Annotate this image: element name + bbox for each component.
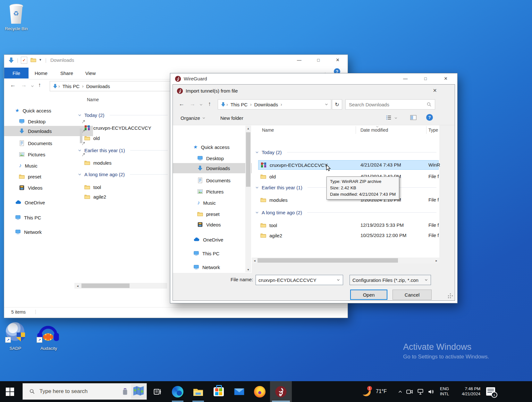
file-type-select[interactable]: Configuration Files (*.zip, *.con bbox=[350, 275, 431, 285]
close-icon[interactable]: × bbox=[428, 86, 442, 95]
recent-locations-icon[interactable] bbox=[30, 84, 34, 88]
recycle-bin-label[interactable]: Recycle Bin bbox=[2, 26, 31, 31]
back-icon[interactable]: ← bbox=[10, 82, 16, 88]
new-folder-button[interactable]: New folder bbox=[220, 115, 243, 121]
preview-pane-icon[interactable] bbox=[410, 114, 417, 121]
meet-now-icon[interactable] bbox=[406, 388, 413, 395]
map-highlight-button[interactable] bbox=[131, 384, 146, 399]
dialog-address-bar[interactable]: › This PC › Downloads › bbox=[218, 99, 331, 110]
sidebar-item-music[interactable]: ♪Music bbox=[4, 161, 93, 170]
network-status-icon[interactable] bbox=[417, 388, 424, 395]
close-button[interactable]: × bbox=[329, 55, 347, 65]
address-dropdown-icon[interactable] bbox=[325, 103, 328, 106]
up-icon[interactable]: ↑ bbox=[208, 101, 211, 107]
refresh-icon[interactable]: ↻ bbox=[332, 99, 342, 110]
taskbar-store-button[interactable] bbox=[208, 381, 229, 402]
qat-dropdown-icon[interactable]: ▾ bbox=[39, 58, 41, 62]
clock[interactable]: 7:46 PM 4/21/2024 bbox=[453, 386, 480, 397]
sidebar-item-videos[interactable]: Videos bbox=[4, 183, 93, 192]
start-button[interactable] bbox=[0, 381, 20, 402]
file-row[interactable]: old bbox=[82, 133, 171, 143]
chevron-down-icon[interactable] bbox=[424, 278, 428, 282]
organize-button[interactable]: Organize bbox=[181, 115, 206, 121]
sidebar-item-network[interactable]: Network bbox=[173, 263, 266, 272]
open-button[interactable]: Open bbox=[350, 290, 387, 300]
file-name-input[interactable]: cruxvpn-ECYDLACCCVCY bbox=[256, 275, 343, 285]
taskbar-mail-button[interactable] bbox=[229, 381, 249, 402]
breadcrumb-downloads[interactable]: Downloads bbox=[84, 84, 112, 89]
chevron-down-icon[interactable] bbox=[394, 116, 398, 120]
change-view-icon[interactable] bbox=[386, 115, 392, 120]
close-button[interactable]: × bbox=[437, 73, 455, 84]
file-row[interactable]: cruxvpn-ECYDLACCCVCY bbox=[82, 123, 171, 133]
sidebar-item-quick-access[interactable]: ★Quick access bbox=[4, 106, 89, 115]
menu-share[interactable]: Share bbox=[60, 68, 73, 78]
column-header-date-modified[interactable]: Date modified bbox=[360, 127, 388, 133]
scroll-right-icon[interactable]: ▸ bbox=[434, 258, 439, 263]
scroll-down-icon[interactable]: ▾ bbox=[245, 267, 251, 272]
sidebar-item-network[interactable]: Network bbox=[4, 227, 89, 236]
temperature-label[interactable]: 71°F bbox=[376, 389, 387, 394]
group-header[interactable]: A long time ago (2) bbox=[78, 170, 168, 178]
up-icon[interactable]: ↑ bbox=[38, 82, 41, 88]
qat-new-folder-icon[interactable] bbox=[30, 57, 36, 63]
scroll-left-icon[interactable]: ◂ bbox=[74, 283, 81, 289]
taskbar-wireguard-button[interactable] bbox=[270, 381, 292, 402]
audacity-label[interactable]: Audacity bbox=[36, 346, 62, 351]
group-header[interactable]: Today (2) bbox=[255, 148, 436, 156]
horizontal-scrollbar[interactable] bbox=[258, 258, 434, 263]
recycle-bin-icon[interactable]: ♻ bbox=[6, 3, 26, 25]
file-row[interactable]: tool bbox=[258, 220, 439, 230]
minimize-button[interactable]: — bbox=[290, 55, 308, 65]
resize-grip[interactable] bbox=[448, 295, 449, 296]
help-icon[interactable]: ? bbox=[426, 114, 433, 121]
luggage-icon[interactable] bbox=[121, 387, 129, 396]
column-divider[interactable] bbox=[426, 126, 426, 134]
column-divider[interactable] bbox=[356, 126, 356, 134]
column-header-type[interactable]: Type bbox=[428, 127, 438, 133]
back-icon[interactable]: ← bbox=[179, 101, 184, 107]
taskbar-explorer-button[interactable] bbox=[188, 381, 208, 402]
file-row[interactable]: tool bbox=[82, 182, 171, 192]
scroll-left-icon[interactable]: ◂ bbox=[252, 258, 258, 263]
sidebar-item-onedrive[interactable]: OneDrive bbox=[4, 198, 89, 207]
qat-properties-icon[interactable]: ✓ bbox=[21, 57, 27, 64]
taskbar-search[interactable]: Type here to search bbox=[22, 383, 147, 400]
group-header[interactable]: A long time ago (2) bbox=[255, 208, 436, 217]
search-box[interactable]: Search Downloads bbox=[345, 99, 435, 110]
file-row[interactable]: modules bbox=[82, 158, 171, 168]
taskbar-firefox-button[interactable] bbox=[249, 381, 270, 402]
group-header[interactable]: Today (2) bbox=[78, 111, 168, 119]
minimize-button[interactable]: — bbox=[396, 73, 414, 84]
maximize-button[interactable]: □ bbox=[417, 73, 435, 84]
scroll-up-icon[interactable]: ▴ bbox=[245, 126, 251, 131]
chevron-down-icon[interactable] bbox=[336, 278, 340, 282]
cancel-button[interactable]: Cancel bbox=[393, 290, 432, 300]
language-indicator[interactable]: ENG INTL bbox=[440, 386, 449, 397]
breadcrumb-this-pc[interactable]: This PC bbox=[61, 84, 81, 89]
forward-icon[interactable]: → bbox=[21, 82, 27, 88]
file-row[interactable]: agile2 bbox=[82, 192, 171, 201]
sidebar-scrollbar-thumb[interactable] bbox=[80, 128, 82, 143]
breadcrumb-this-pc[interactable]: This PC bbox=[229, 102, 249, 107]
file-row[interactable]: agile2 bbox=[258, 231, 439, 240]
hidden-icons-chevron-icon[interactable] bbox=[398, 389, 403, 394]
file-row-selected[interactable]: cruxvpn-ECYDLACCCVCY bbox=[258, 160, 439, 170]
weather-button[interactable]: 1 bbox=[361, 387, 371, 397]
action-center-button[interactable]: 1 bbox=[484, 386, 497, 397]
menu-view[interactable]: View bbox=[85, 68, 96, 78]
horizontal-scrollbar[interactable] bbox=[81, 283, 167, 289]
menu-file[interactable]: File bbox=[4, 68, 29, 78]
sidebar-item-this-pc[interactable]: This PC bbox=[4, 213, 89, 222]
audacity-icon[interactable]: ↗ bbox=[37, 322, 61, 343]
volume-icon[interactable] bbox=[428, 388, 435, 395]
nav-scrollbar[interactable] bbox=[245, 131, 251, 267]
sadp-icon[interactable]: ↗ bbox=[5, 322, 26, 343]
column-header-name[interactable]: Name bbox=[87, 97, 99, 102]
forward-icon[interactable]: → bbox=[190, 101, 195, 107]
breadcrumb-downloads[interactable]: Downloads bbox=[252, 102, 280, 107]
maximize-button[interactable]: □ bbox=[309, 55, 327, 65]
recent-locations-icon[interactable] bbox=[199, 103, 203, 107]
group-header[interactable]: Earlier this year (1) bbox=[78, 146, 168, 154]
menu-home[interactable]: Home bbox=[35, 68, 47, 78]
